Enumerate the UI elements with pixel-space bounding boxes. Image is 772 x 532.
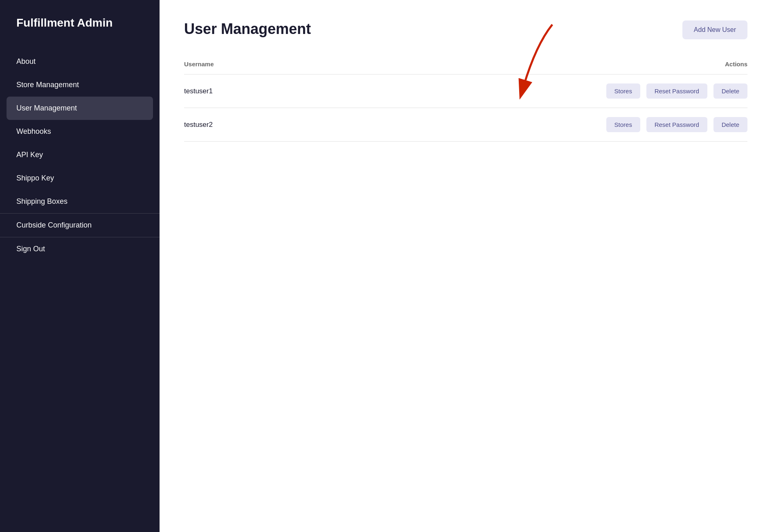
table-header-row: Username Actions <box>184 56 747 74</box>
sidebar-item-shipping-boxes[interactable]: Shipping Boxes <box>0 190 160 213</box>
col-username: Username <box>184 56 279 74</box>
username-cell: testuser2 <box>184 108 279 142</box>
sidebar-item-sign-out[interactable]: Sign Out <box>0 237 160 261</box>
sidebar-item-shippo-key[interactable]: Shippo Key <box>0 167 160 190</box>
main-header: User Management Add New User <box>184 20 747 39</box>
table-row: testuser2 Stores Reset Password Delete <box>184 108 747 142</box>
sidebar-item-api-key[interactable]: API Key <box>0 143 160 167</box>
stores-button-2[interactable]: Stores <box>606 117 640 132</box>
sidebar-item-store-management[interactable]: Store Management <box>0 73 160 97</box>
table-body: testuser1 Stores Reset Password Delete t… <box>184 74 747 142</box>
table-head: Username Actions <box>184 56 747 74</box>
username-cell: testuser1 <box>184 74 279 108</box>
sidebar: Fulfillment Admin About Store Management… <box>0 0 160 532</box>
add-new-user-button[interactable]: Add New User <box>682 20 747 39</box>
actions-cell: Stores Reset Password Delete <box>279 74 747 108</box>
reset-password-button-2[interactable]: Reset Password <box>646 117 707 132</box>
page-title: User Management <box>184 20 311 38</box>
delete-button-2[interactable]: Delete <box>713 117 747 132</box>
sidebar-nav: About Store Management User Management W… <box>0 50 160 261</box>
sidebar-item-user-management[interactable]: User Management <box>7 97 153 120</box>
stores-button-1[interactable]: Stores <box>606 83 640 99</box>
reset-password-button-1[interactable]: Reset Password <box>646 83 707 99</box>
delete-button-1[interactable]: Delete <box>713 83 747 99</box>
main-content: User Management Add New User Username Ac… <box>160 0 772 532</box>
actions-cell: Stores Reset Password Delete <box>279 108 747 142</box>
col-actions: Actions <box>279 56 747 74</box>
sidebar-item-about[interactable]: About <box>0 50 160 73</box>
sidebar-item-webhooks[interactable]: Webhooks <box>0 120 160 143</box>
sidebar-item-curbside-configuration[interactable]: Curbside Configuration <box>0 214 160 237</box>
table-row: testuser1 Stores Reset Password Delete <box>184 74 747 108</box>
app-title: Fulfillment Admin <box>0 16 160 50</box>
user-table: Username Actions testuser1 Stores Reset … <box>184 56 747 142</box>
